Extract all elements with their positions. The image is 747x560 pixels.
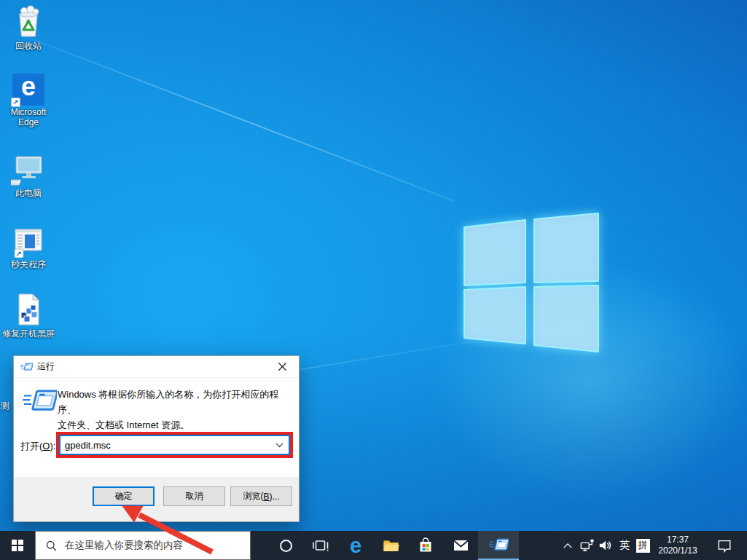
tray-chevron-icon bbox=[563, 543, 573, 549]
edge-icon: e bbox=[350, 535, 361, 556]
start-icon bbox=[12, 540, 23, 551]
run-command-value: gpedit.msc bbox=[65, 440, 111, 451]
mail-button[interactable] bbox=[443, 531, 478, 560]
run-dialog-body: Windows 将根据你所输入的名称，为你打开相应的程序、 文件夹、文档或 In… bbox=[14, 378, 299, 477]
task-view-icon bbox=[312, 537, 329, 553]
action-center-button[interactable] bbox=[710, 531, 739, 560]
search-placeholder: 在这里输入你要搜索的内容 bbox=[65, 539, 183, 552]
clock-time: 17:37 bbox=[667, 535, 689, 545]
this-pc-icon bbox=[11, 151, 46, 186]
network-icon bbox=[579, 538, 595, 553]
close-icon bbox=[278, 363, 286, 371]
action-center-icon bbox=[716, 538, 732, 553]
mail-icon bbox=[452, 537, 470, 553]
edge-taskbar-button[interactable]: e bbox=[338, 531, 373, 560]
desktop-icon-label: 秒关程序 bbox=[2, 259, 55, 269]
run-dialog-description: Windows 将根据你所输入的名称，为你打开相应的程序、 文件夹、文档或 In… bbox=[58, 387, 294, 433]
desktop-icon-registry-fix[interactable]: 修复开机黑屏 bbox=[2, 292, 55, 339]
svg-text:↗: ↗ bbox=[16, 250, 22, 257]
volume-control[interactable] bbox=[596, 531, 615, 560]
desktop-icon-program[interactable]: ↗ 秒关程序 bbox=[2, 223, 55, 269]
ime-language-indicator[interactable]: 英 bbox=[617, 531, 633, 560]
run-dialog-titlebar[interactable]: 运行 bbox=[14, 356, 299, 378]
cortana-button[interactable] bbox=[268, 531, 303, 560]
taskbar: 在这里输入你要搜索的内容 e bbox=[0, 531, 747, 560]
ime-mode-indicator[interactable]: 拼 bbox=[634, 531, 652, 560]
ime-box-icon: 拼 bbox=[636, 539, 650, 553]
store-icon bbox=[417, 537, 434, 554]
clock-date: 2020/1/13 bbox=[658, 545, 697, 556]
desktop-icon-this-pc[interactable]: 此电脑 bbox=[2, 151, 55, 198]
run-icon bbox=[489, 537, 509, 553]
search-icon bbox=[45, 540, 58, 552]
microsoft-store-button[interactable] bbox=[408, 531, 443, 560]
cortana-icon bbox=[280, 540, 292, 552]
windows-logo-wallpaper bbox=[463, 213, 600, 352]
open-field-label: 打开(O): bbox=[20, 440, 55, 453]
desktop-icon-label: 修复开机黑屏 bbox=[2, 328, 55, 339]
run-dialog-footer: 确定 取消 浏览(B)... bbox=[14, 477, 299, 521]
combo-chevron-icon[interactable] bbox=[275, 443, 283, 448]
task-view-button[interactable] bbox=[303, 531, 338, 560]
run-command-input[interactable]: gpedit.msc bbox=[59, 435, 290, 455]
desktop-icon-label: 此电脑 bbox=[2, 188, 55, 198]
edge-icon: e ↗ bbox=[12, 74, 44, 106]
taskbar-clock[interactable]: 17:37 2020/1/13 bbox=[650, 531, 705, 560]
desktop-icon-label: Microsoft Edge bbox=[5, 107, 52, 127]
run-dialog-title: 运行 bbox=[37, 360, 55, 373]
volume-icon bbox=[598, 538, 614, 553]
cancel-button[interactable]: 取消 bbox=[163, 486, 225, 506]
tray-show-hidden-icons[interactable] bbox=[560, 531, 576, 560]
file-explorer-button[interactable] bbox=[373, 531, 408, 560]
app-window-icon: ↗ bbox=[11, 223, 46, 258]
run-dialog-window: 运行 Windows 将根据你所输入的名称，为你打开相应的程序、 文件夹、文档或… bbox=[13, 355, 300, 522]
taskbar-search-input[interactable]: 在这里输入你要搜索的内容 bbox=[35, 531, 251, 560]
network-status[interactable] bbox=[577, 531, 596, 560]
recycle-bin-icon bbox=[11, 4, 46, 39]
run-icon bbox=[23, 388, 57, 414]
close-button[interactable] bbox=[266, 356, 299, 376]
desktop-icon-label: 回收站 bbox=[2, 41, 55, 51]
desktop-icon-recycle-bin[interactable]: 回收站 bbox=[2, 4, 55, 51]
annotation-highlight-box: gpedit.msc bbox=[56, 432, 293, 458]
ok-button[interactable]: 确定 bbox=[93, 486, 155, 506]
desktop-icon-label-partial[interactable]: 测 bbox=[1, 400, 9, 412]
explorer-icon bbox=[382, 537, 400, 553]
registry-file-icon bbox=[11, 292, 46, 327]
light-beam bbox=[0, 20, 455, 202]
run-app-taskbar-button[interactable] bbox=[478, 531, 519, 560]
start-button[interactable] bbox=[0, 531, 35, 560]
shortcut-arrow-badge: ↗ bbox=[11, 98, 20, 107]
browse-button[interactable]: 浏览(B)... bbox=[230, 486, 292, 506]
desktop-icon-microsoft-edge[interactable]: e ↗ Microsoft Edge bbox=[2, 74, 55, 127]
run-icon bbox=[20, 362, 33, 372]
